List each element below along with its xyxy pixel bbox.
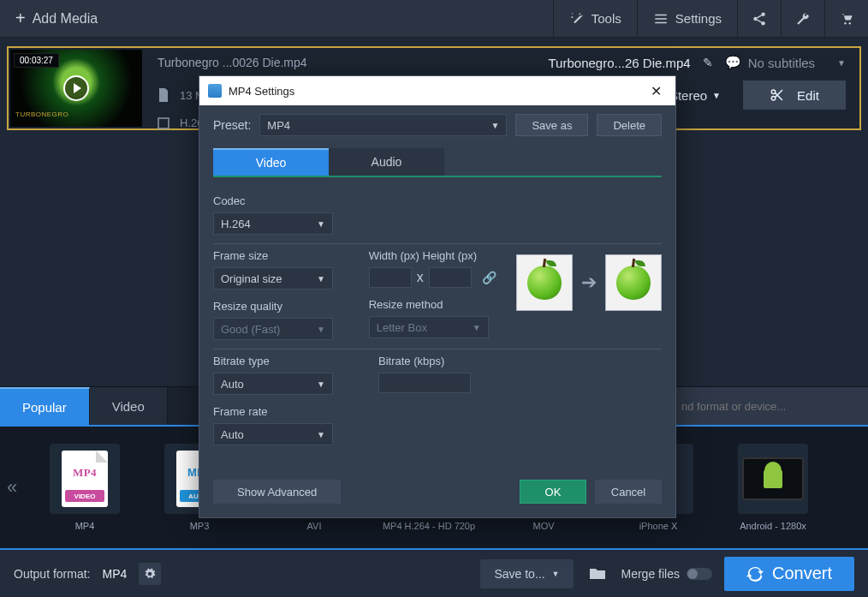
caret-icon: ▼ [491, 121, 500, 130]
tools-button[interactable]: Tools [553, 0, 637, 38]
width-input[interactable] [369, 267, 412, 288]
modal-titlebar: MP4 Settings ✕ [199, 76, 675, 105]
crop-icon [158, 117, 169, 129]
caret-icon: ▼ [317, 274, 325, 284]
wand-icon [569, 11, 585, 27]
refresh-icon [746, 565, 764, 582]
bitrate-input[interactable] [378, 373, 471, 393]
close-button[interactable]: ✕ [645, 81, 667, 101]
delete-label: Delete [613, 119, 645, 132]
modal-title: MP4 Settings [229, 85, 294, 98]
ok-button[interactable]: OK [520, 480, 586, 504]
tab-audio[interactable]: Audio [329, 148, 444, 176]
caret-icon: ▼ [317, 430, 325, 439]
format-mov-label: MOV [493, 521, 594, 531]
preview-before [516, 254, 573, 311]
convert-label: Convert [772, 564, 832, 583]
tab-video[interactable]: Video [90, 387, 168, 425]
convert-button[interactable]: Convert [724, 557, 854, 591]
output-filename: Turbonegro...26 Die.mp4 [549, 56, 691, 70]
wrench-button[interactable] [781, 0, 824, 38]
tab-popular-label: Popular [22, 400, 67, 415]
format-search[interactable] [671, 387, 868, 425]
share-icon [752, 11, 767, 27]
lock-icon[interactable]: 🔗 [482, 271, 496, 284]
codec-dropdown[interactable]: H.264 ▼ [213, 212, 333, 235]
output-format-label: Output format: [14, 567, 90, 581]
add-media-label: Add Media [33, 11, 98, 27]
format-hd-label: MP4 H.264 - HD 720p [378, 521, 479, 531]
play-icon[interactable] [63, 75, 89, 101]
caret-icon: ▼ [837, 58, 846, 68]
settings-label: Settings [675, 11, 722, 26]
height-input[interactable] [429, 267, 472, 288]
thumbnail[interactable]: 00:03:27 TURBONEGRO [10, 50, 142, 127]
bottombar: Output format: MP4 Save to... ▼ Merge fi… [0, 550, 868, 597]
format-mp3-label: MP3 [149, 521, 250, 531]
file-icon [158, 88, 169, 102]
add-media-button[interactable]: + Add Media [0, 9, 113, 28]
preset-value: MP4 [267, 119, 290, 132]
svg-rect-10 [158, 118, 169, 128]
codec-label: Codec [213, 194, 662, 207]
browse-folder-button[interactable] [586, 562, 609, 586]
caret-icon: ▼ [317, 379, 325, 389]
source-filename: Turbonegro ...0026 Die.mp4 [158, 56, 307, 69]
wrench-icon [795, 11, 811, 27]
search-input[interactable] [681, 400, 858, 413]
height-label: Height (px) [423, 249, 478, 262]
pencil-icon[interactable]: ✎ [703, 56, 713, 69]
share-button[interactable] [737, 0, 781, 38]
bitrate-type-value: Auto [221, 378, 244, 391]
show-advanced-button[interactable]: Show Advanced [213, 480, 341, 504]
mp4-settings-modal: MP4 Settings ✕ Preset: MP4 ▼ Save as Del… [199, 75, 676, 518]
resize-quality-value: Good (Fast) [221, 323, 280, 336]
bitrate-label: Bitrate (kbps) [378, 355, 520, 367]
toggle-switch[interactable] [687, 568, 712, 580]
gear-icon [144, 568, 156, 580]
merge-label: Merge files [621, 567, 680, 581]
framerate-dropdown[interactable]: Auto ▼ [213, 423, 333, 445]
format-android[interactable]: Android - 1280x [722, 444, 823, 531]
prev-arrow[interactable]: « [7, 476, 17, 498]
format-iphone-label: iPhone X [608, 521, 709, 531]
format-avi-label: AVI [264, 521, 365, 531]
resize-method-value: Letter Box [377, 321, 427, 334]
subtitles-dropdown[interactable]: 💬 No subtitles ▼ [725, 55, 846, 70]
merge-files-toggle[interactable]: Merge files [621, 567, 712, 581]
settings-button[interactable]: Settings [637, 0, 737, 38]
save-to-button[interactable]: Save to... ▼ [480, 559, 573, 588]
topbar: + Add Media Tools Settings [0, 0, 868, 38]
cancel-button[interactable]: Cancel [595, 480, 662, 504]
duration-badge: 00:03:27 [14, 53, 59, 68]
edit-button[interactable]: Edit [743, 81, 846, 110]
tab-video-label: Video [256, 156, 287, 170]
resize-preview: ➔ [516, 254, 662, 311]
tools-label: Tools [592, 11, 621, 26]
tab-popular[interactable]: Popular [0, 387, 90, 425]
format-mp4[interactable]: MP4VIDEO MP4 [34, 444, 135, 531]
save-as-button[interactable]: Save as [515, 114, 588, 136]
tab-audio-label: Audio [372, 155, 402, 169]
delete-button[interactable]: Delete [597, 114, 662, 136]
framesize-dropdown[interactable]: Original size ▼ [213, 267, 333, 290]
resize-quality-label: Resize quality [213, 300, 354, 313]
output-settings-button[interactable] [139, 563, 161, 585]
cart-icon [839, 11, 854, 27]
save-to-label: Save to... [494, 567, 544, 581]
app-icon [208, 84, 222, 98]
folder-icon [590, 567, 605, 581]
resize-method-dropdown[interactable]: Letter Box ▼ [369, 316, 489, 338]
resize-quality-dropdown[interactable]: Good (Fast) ▼ [213, 318, 333, 340]
preset-dropdown[interactable]: MP4 ▼ [259, 114, 507, 136]
caret-icon: ▼ [473, 323, 481, 332]
tab-video[interactable]: Video [213, 148, 329, 176]
thumb-caption: TURBONEGRO [15, 110, 68, 118]
edit-label: Edit [797, 88, 819, 103]
svg-point-7 [849, 22, 851, 24]
show-advanced-label: Show Advanced [237, 486, 317, 498]
arrow-right-icon: ➔ [581, 272, 597, 294]
framerate-label: Frame rate [213, 405, 363, 418]
cart-button[interactable] [824, 0, 868, 38]
bitrate-type-dropdown[interactable]: Auto ▼ [213, 373, 333, 395]
